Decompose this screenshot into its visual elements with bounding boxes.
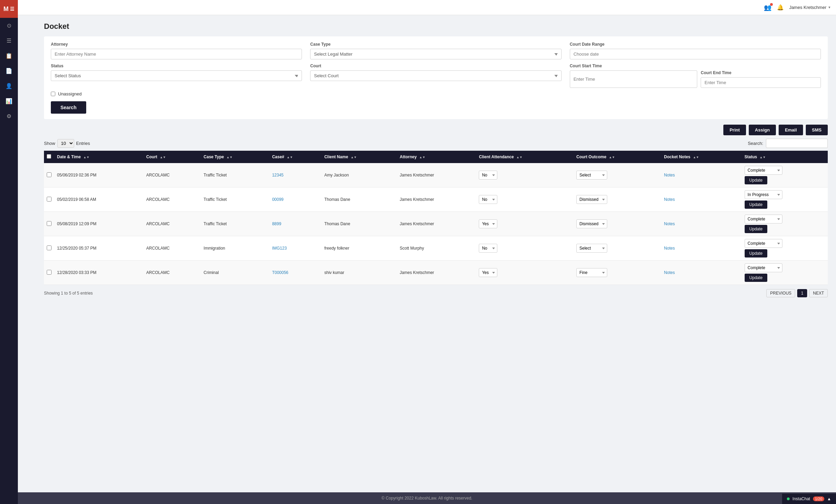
cell-outcome[interactable]: SelectDismissedFineGuiltyNot GuiltyConti…	[574, 163, 661, 187]
col-outcome[interactable]: Court Outcome ▲▼	[574, 151, 661, 163]
cell-status[interactable]: CompleteIn ProgressPending Update	[742, 163, 828, 187]
row-checkbox-5[interactable]	[47, 270, 52, 275]
cell-attendance[interactable]: Yes No	[476, 261, 574, 285]
sidebar-item-dashboard[interactable]: ⊙	[0, 18, 18, 33]
update-button-3[interactable]: Update	[745, 225, 768, 233]
cell-notes[interactable]: Notes	[661, 212, 742, 236]
col-clientname[interactable]: Client Name ▲▼	[321, 151, 397, 163]
cell-attendance[interactable]: Yes No	[476, 236, 574, 261]
sidebar-item-settings[interactable]: ⚙	[0, 108, 18, 124]
page-1-button[interactable]: 1	[797, 289, 807, 297]
status-select-5[interactable]: CompleteIn ProgressPending	[745, 263, 782, 272]
status-select[interactable]: Select Status	[51, 70, 302, 81]
cell-casenum[interactable]: IMG123	[269, 236, 321, 261]
status-select-3[interactable]: CompleteIn ProgressPending	[745, 215, 782, 224]
cell-casenum[interactable]: 00099	[269, 187, 321, 212]
update-button-2[interactable]: Update	[745, 201, 768, 209]
court-select[interactable]: Select Court	[310, 70, 561, 81]
outcome-select-5[interactable]: SelectDismissedFineGuiltyNot GuiltyConti…	[576, 268, 607, 277]
outcome-select-1[interactable]: SelectDismissedFineGuiltyNot GuiltyConti…	[576, 171, 607, 180]
update-button-4[interactable]: Update	[745, 249, 768, 257]
cell-status[interactable]: CompleteIn ProgressPending Update	[742, 261, 828, 285]
bell-icon[interactable]: 🔔	[777, 4, 784, 11]
notes-link-1[interactable]: Notes	[664, 173, 675, 177]
col-attorney[interactable]: Attorney ▲▼	[397, 151, 476, 163]
case-link-5[interactable]: T000056	[272, 270, 288, 275]
next-page-button[interactable]: NEXT	[809, 289, 828, 297]
col-status[interactable]: Status ▲▼	[742, 151, 828, 163]
table-search-input[interactable]	[766, 139, 828, 148]
court-start-time-input[interactable]	[570, 70, 698, 88]
court-date-range-input[interactable]	[570, 49, 821, 59]
cell-outcome[interactable]: SelectDismissedFineGuiltyNot GuiltyConti…	[574, 261, 661, 285]
entries-select[interactable]: 10 25 50	[57, 139, 74, 148]
cell-status[interactable]: CompleteIn ProgressPending Update	[742, 212, 828, 236]
case-type-select[interactable]: Select Legal Matter	[310, 49, 561, 59]
previous-page-button[interactable]: PREVIOUS	[766, 289, 795, 297]
row-checkbox-2[interactable]	[47, 197, 52, 202]
update-button-1[interactable]: Update	[745, 176, 768, 184]
email-button[interactable]: Email	[779, 125, 803, 135]
attorney-input[interactable]	[51, 49, 302, 59]
col-datetime[interactable]: Date & Time ▲▼	[54, 151, 144, 163]
case-link-1[interactable]: 12345	[272, 173, 283, 177]
status-select-1[interactable]: CompleteIn ProgressPending	[745, 166, 782, 175]
cell-attendance[interactable]: Yes No	[476, 212, 574, 236]
sidebar-item-reports[interactable]: 📊	[0, 93, 18, 108]
status-select-2[interactable]: CompleteIn ProgressPending	[745, 190, 782, 199]
cell-casenum[interactable]: 8899	[269, 212, 321, 236]
case-link-3[interactable]: 8899	[272, 221, 281, 226]
select-all-checkbox[interactable]	[47, 154, 51, 159]
sms-button[interactable]: SMS	[806, 125, 828, 135]
outcome-select-3[interactable]: SelectDismissedFineGuiltyNot GuiltyConti…	[576, 219, 607, 228]
sidebar-item-docket[interactable]: 📋	[0, 48, 18, 63]
update-button-5[interactable]: Update	[745, 274, 768, 282]
notes-link-2[interactable]: Notes	[664, 197, 675, 202]
cell-outcome[interactable]: SelectDismissedFineGuiltyNot GuiltyConti…	[574, 236, 661, 261]
case-link-4[interactable]: IMG123	[272, 246, 287, 251]
cell-casenum[interactable]: 12345	[269, 163, 321, 187]
cell-notes[interactable]: Notes	[661, 163, 742, 187]
cell-notes[interactable]: Notes	[661, 236, 742, 261]
col-attendance[interactable]: Client Attendance ▲▼	[476, 151, 574, 163]
attendance-select-3[interactable]: Yes No	[479, 219, 497, 228]
attendance-select-4[interactable]: Yes No	[479, 244, 497, 253]
cell-casenum[interactable]: T000056	[269, 261, 321, 285]
user-group-icon[interactable]: 👥	[764, 4, 771, 11]
col-notes[interactable]: Docket Notes ▲▼	[661, 151, 742, 163]
outcome-select-4[interactable]: SelectDismissedFineGuiltyNot GuiltyConti…	[576, 244, 607, 253]
cell-status[interactable]: CompleteIn ProgressPending Update	[742, 187, 828, 212]
print-button[interactable]: Print	[723, 125, 746, 135]
search-button[interactable]: Search	[51, 101, 86, 114]
attendance-select-2[interactable]: Yes No	[479, 195, 497, 204]
outcome-select-2[interactable]: SelectDismissedFineGuiltyNot GuiltyConti…	[576, 195, 607, 204]
sidebar-item-notes[interactable]: 📄	[0, 63, 18, 78]
unassigned-checkbox[interactable]	[51, 92, 55, 96]
cell-outcome[interactable]: SelectDismissedFineGuiltyNot GuiltyConti…	[574, 187, 661, 212]
attendance-select-1[interactable]: Yes No	[479, 171, 497, 180]
app-logo[interactable]: M ☰	[0, 0, 18, 18]
cell-attendance[interactable]: Yes No	[476, 187, 574, 212]
col-casenum[interactable]: Case# ▲▼	[269, 151, 321, 163]
col-court[interactable]: Court ▲▼	[144, 151, 201, 163]
cell-notes[interactable]: Notes	[661, 187, 742, 212]
row-checkbox-1[interactable]	[47, 172, 52, 177]
cell-outcome[interactable]: SelectDismissedFineGuiltyNot GuiltyConti…	[574, 212, 661, 236]
row-checkbox-4[interactable]	[47, 245, 52, 250]
court-end-time-input[interactable]	[701, 77, 821, 88]
assign-button[interactable]: Assign	[749, 125, 776, 135]
attendance-select-5[interactable]: Yes No	[479, 268, 497, 277]
sidebar-item-documents[interactable]: ☰	[0, 33, 18, 48]
notes-link-4[interactable]: Notes	[664, 246, 675, 251]
instachat-widget[interactable]: InstaChat 1/20 ▲	[782, 494, 836, 504]
status-select-4[interactable]: CompleteIn ProgressPending	[745, 239, 782, 248]
row-checkbox-3[interactable]	[47, 221, 52, 226]
col-casetype[interactable]: Case Type ▲▼	[201, 151, 269, 163]
cell-status[interactable]: CompleteIn ProgressPending Update	[742, 236, 828, 261]
notes-link-3[interactable]: Notes	[664, 221, 675, 226]
cell-notes[interactable]: Notes	[661, 261, 742, 285]
notes-link-5[interactable]: Notes	[664, 270, 675, 275]
case-link-2[interactable]: 00099	[272, 197, 283, 202]
sidebar-item-contacts[interactable]: 👤	[0, 78, 18, 93]
user-menu[interactable]: James Kretschmer ▾	[789, 5, 831, 10]
